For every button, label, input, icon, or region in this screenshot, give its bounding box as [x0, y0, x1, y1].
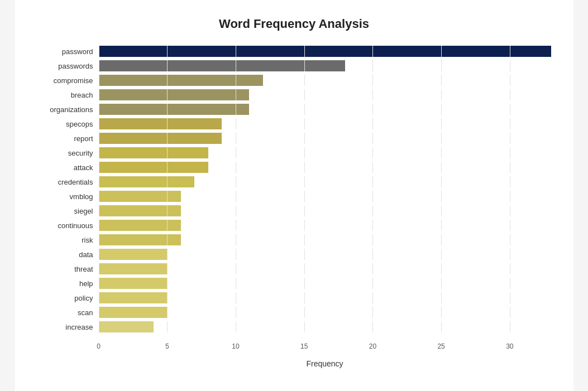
bar-track-container [99, 205, 551, 216]
grid-line [304, 321, 305, 332]
grid-line [510, 118, 510, 129]
x-tick: 15 [300, 342, 308, 350]
bar-fill [99, 162, 208, 173]
grid-line [304, 220, 305, 231]
bar-track-container [99, 133, 551, 144]
bar-fill [99, 133, 222, 144]
grid-line [510, 249, 510, 260]
bar-track-container [99, 46, 551, 57]
x-axis-label-row: Frequency [37, 357, 551, 368]
grid-line [372, 75, 373, 86]
grid-line [372, 162, 373, 173]
bar-label: password [37, 47, 99, 56]
grid-line [510, 278, 510, 289]
chart-area: passwordpasswordscompromisebreachorganiz… [37, 45, 551, 335]
bar-fill [99, 46, 551, 57]
bar-label: report [37, 134, 99, 143]
grid-line [304, 263, 305, 274]
bar-fill [99, 321, 154, 332]
grid-line [236, 249, 236, 260]
x-tick: 5 [165, 342, 169, 350]
grid-line [236, 263, 236, 274]
bar-fill [99, 191, 181, 202]
bar-label: help [37, 279, 99, 288]
grid-line [304, 278, 305, 289]
grid-line [304, 118, 305, 129]
bar-track-container [99, 249, 551, 260]
x-tick: 30 [506, 342, 513, 350]
grid-line [372, 220, 373, 231]
grid-line [372, 133, 373, 144]
grid-line [441, 220, 442, 231]
bar-fill [99, 307, 168, 318]
bar-row: security [37, 146, 551, 160]
bar-label: increase [37, 323, 99, 331]
grid-line [510, 176, 510, 187]
grid-line [372, 249, 373, 260]
bar-label: siegel [37, 207, 99, 215]
bar-label: continuous [37, 221, 99, 230]
grid-line [167, 278, 168, 289]
bar-track-container [99, 147, 551, 158]
grid-line [304, 234, 305, 245]
grid-line [510, 60, 510, 71]
bar-label: threat [37, 265, 99, 273]
bar-row: attack [37, 161, 551, 174]
grid-line [236, 292, 236, 303]
bar-label: organizations [37, 105, 99, 114]
grid-line [441, 263, 442, 274]
grid-line [372, 307, 373, 318]
grid-line [510, 133, 510, 144]
grid-line [372, 60, 373, 71]
bar-label: security [37, 149, 99, 157]
bar-label: risk [37, 236, 99, 244]
grid-line [236, 220, 236, 231]
bar-label: vmblog [37, 192, 99, 201]
bar-row: threat [37, 262, 551, 276]
grid-line [372, 205, 373, 216]
bar-track-container [99, 307, 551, 318]
bar-label: scan [37, 308, 99, 317]
bar-label: compromise [37, 76, 99, 85]
grid-line [372, 263, 373, 274]
bar-row: scan [37, 306, 551, 319]
grid-line [167, 292, 168, 303]
bar-label: attack [37, 163, 99, 172]
grid-line [441, 205, 442, 216]
bar-label: specops [37, 120, 99, 128]
bar-row: siegel [37, 204, 551, 218]
grid-line [510, 220, 510, 231]
grid-line [372, 234, 373, 245]
grid-line [372, 191, 373, 202]
bar-row: compromise [37, 74, 551, 87]
bar-label: credentials [37, 178, 99, 186]
grid-line [236, 147, 236, 158]
bar-track-container [99, 75, 551, 86]
chart-container: Word Frequency Analysis passwordpassword… [15, 0, 573, 391]
x-tick: 0 [97, 342, 101, 350]
bar-fill [99, 60, 346, 71]
grid-line [236, 234, 236, 245]
bar-fill [99, 278, 168, 289]
grid-line [167, 249, 168, 260]
grid-line [441, 278, 442, 289]
grid-line [510, 263, 510, 274]
grid-line [372, 147, 373, 158]
bar-fill [99, 75, 264, 86]
bar-row: password [37, 45, 551, 58]
bar-fill [99, 263, 168, 274]
bar-label: passwords [37, 62, 99, 70]
grid-line [441, 191, 442, 202]
grid-line [236, 205, 236, 216]
grid-line [236, 307, 236, 318]
bar-track-container [99, 104, 551, 115]
grid-line [304, 147, 305, 158]
grid-line [441, 133, 442, 144]
bar-track-container [99, 292, 551, 303]
x-tick: 10 [232, 342, 239, 350]
bar-row: risk [37, 233, 551, 247]
grid-line [372, 89, 373, 100]
bar-fill [99, 292, 168, 303]
x-axis-ticks: 051015202530 [99, 340, 551, 357]
grid-line [441, 60, 442, 71]
